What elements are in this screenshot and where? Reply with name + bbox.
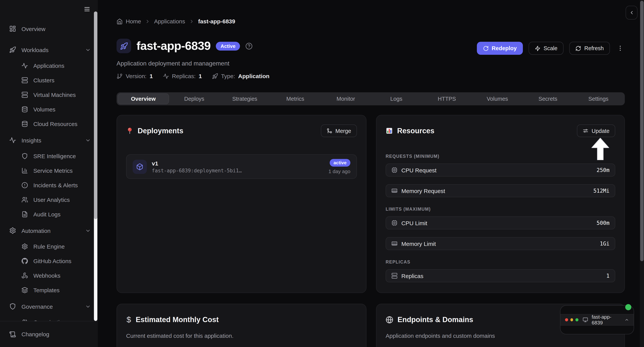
scale-button[interactable]: Scale: [528, 42, 564, 55]
page-subtitle: Application deployment and management: [116, 60, 230, 67]
sidebar-item-webhooks[interactable]: Webhooks: [0, 268, 98, 283]
sidebar-item-organizations[interactable]: Organizations: [0, 315, 98, 321]
tab-strategies[interactable]: Strategies: [220, 93, 270, 104]
memory-icon: [392, 241, 398, 247]
sidebar-item-changelog[interactable]: Changelog: [22, 331, 49, 338]
sidebar-item-label: Virtual Machines: [33, 91, 76, 98]
resources-card-header: Resources Update: [386, 124, 615, 137]
meta-value: 1: [150, 73, 153, 79]
traffic-light-yellow-icon[interactable]: [570, 318, 573, 321]
traffic-light-green-icon[interactable]: [576, 318, 578, 321]
page-scrollbar-thumb[interactable]: [640, 1, 644, 261]
sidebar-item-github-actions[interactable]: GitHub Actions: [0, 254, 98, 268]
chevron-right-icon: [145, 18, 150, 24]
sidebar-item-label: Service Metrics: [33, 167, 73, 174]
tab-metrics[interactable]: Metrics: [270, 93, 321, 104]
sidebar-item-templates[interactable]: Templates: [0, 283, 98, 297]
tab-bar: Overview Deploys Strategies Metrics Moni…: [116, 92, 625, 105]
app-window: Overview Workloads Applications Clusters…: [0, 0, 644, 347]
panel-collapse-button[interactable]: [626, 6, 638, 19]
users-icon: [22, 196, 28, 203]
more-options-button[interactable]: [616, 42, 625, 55]
refresh-icon: [576, 45, 581, 51]
traffic-light-red-icon[interactable]: [565, 318, 568, 321]
gear-icon: [22, 243, 28, 250]
sidebar-item-volumes[interactable]: Volumes: [0, 102, 98, 116]
redeploy-label: Redeploy: [492, 45, 517, 51]
merge-label: Merge: [336, 128, 351, 134]
help-icon[interactable]: [246, 42, 253, 50]
tab-monitor[interactable]: Monitor: [320, 93, 371, 104]
merge-button[interactable]: Merge: [321, 124, 357, 137]
resource-row-cpu-request[interactable]: CPU Request 250m: [386, 164, 615, 177]
tab-label: Settings: [588, 96, 608, 102]
sidebar-group-header-automation[interactable]: Automation: [0, 224, 98, 237]
sidebar-item-sre-intelligence[interactable]: SRE Intelligence: [0, 149, 98, 163]
sidebar-item-rule-engine[interactable]: Rule Engine: [0, 239, 98, 254]
refresh-button[interactable]: Refresh: [569, 42, 610, 55]
sidebar-group-header-insights[interactable]: Insights: [0, 134, 98, 147]
monitor-icon: [582, 317, 588, 323]
deployment-version: v1: [152, 160, 242, 166]
main-content: Home Applications fast-app-6839 fast-app…: [98, 0, 644, 347]
tab-settings[interactable]: Settings: [573, 93, 624, 104]
sidebar-item-label: Templates: [33, 287, 60, 293]
redeploy-button[interactable]: Redeploy: [477, 42, 523, 55]
resource-row-memory-request[interactable]: Memory Request 512Mi: [386, 184, 615, 197]
sidebar-item-applications[interactable]: Applications: [0, 58, 98, 73]
chevron-down-icon: [85, 304, 91, 309]
card-title-text: Endpoints & Domains: [398, 316, 473, 324]
meta-value: 1: [199, 73, 202, 79]
server-icon: [22, 91, 28, 98]
sidebar-group-header-governance[interactable]: Governance: [0, 300, 98, 313]
sidebar: Overview Workloads Applications Clusters…: [0, 0, 98, 347]
sidebar-item-incidents-alerts[interactable]: Incidents & Alerts: [0, 178, 98, 192]
sidebar-item-virtual-machines[interactable]: Virtual Machines: [0, 87, 98, 102]
tab-overview[interactable]: Overview: [118, 93, 169, 104]
floating-app-widget[interactable]: fast-app-6839: [560, 305, 634, 334]
tab-secrets[interactable]: Secrets: [523, 93, 573, 104]
shield-icon: [22, 153, 28, 159]
online-status-dot: [625, 304, 631, 310]
resource-row-replicas[interactable]: Replicas 1: [386, 269, 615, 282]
sidebar-item-user-analytics[interactable]: User Analytics: [0, 192, 98, 207]
tab-volumes[interactable]: Volumes: [472, 93, 523, 104]
package-icon: [136, 163, 143, 170]
resource-row-memory-limit[interactable]: Memory Limit 1Gi: [386, 237, 615, 250]
zap-icon: [535, 45, 540, 51]
sidebar-group-header-workloads[interactable]: Workloads: [0, 43, 98, 56]
dollar-sign-icon: $: [126, 315, 132, 324]
breadcrumb-home[interactable]: Home: [116, 18, 141, 24]
tab-https[interactable]: HTTPS: [422, 93, 472, 104]
chevron-down-icon: [85, 228, 91, 233]
deployment-status-badge: active: [330, 159, 350, 167]
sidebar-item-overview[interactable]: Overview: [0, 22, 98, 35]
meta-version: Version: 1: [116, 73, 153, 79]
sidebar-sublist-governance: Organizations: [0, 315, 98, 321]
sidebar-item-clusters[interactable]: Clusters: [0, 73, 98, 87]
sidebar-sublist-automation: Rule Engine GitHub Actions Webhooks Temp…: [0, 239, 98, 297]
tab-deploys[interactable]: Deploys: [169, 93, 220, 104]
deployments-card: Deployments Merge v1 fast-app-6839:deplo…: [116, 115, 366, 293]
section-label-requests: REQUESTS (MINIMUM): [386, 154, 615, 159]
sidebar-item-cloud-resources[interactable]: Cloud Resources: [0, 116, 98, 131]
chevron-left-icon: [629, 10, 634, 15]
activity-icon: [163, 73, 169, 79]
sidebar-item-audit-logs[interactable]: Audit Logs: [0, 207, 98, 221]
cpu-icon: [392, 220, 398, 226]
update-resources-button[interactable]: Update: [577, 124, 615, 137]
deployment-list-item[interactable]: v1 fast-app-6839:deployment-5bi1… active…: [126, 154, 357, 179]
breadcrumb-applications[interactable]: Applications: [154, 18, 185, 24]
widget-title-bar[interactable]: fast-app-6839: [560, 314, 634, 326]
scale-label: Scale: [544, 45, 558, 51]
resource-row-cpu-limit[interactable]: CPU Limit 500m: [386, 216, 615, 229]
tab-logs[interactable]: Logs: [371, 93, 422, 104]
sidebar-item-label: Rule Engine: [33, 243, 64, 250]
sidebar-item-service-metrics[interactable]: Service Metrics: [0, 163, 98, 178]
tab-label: Secrets: [538, 96, 557, 102]
sidebar-scrollbar-thumb[interactable]: [94, 11, 97, 219]
resources-card: Resources Update REQUESTS (MINIMUM) CPU …: [376, 115, 625, 293]
sidebar-item-label: Cloud Resources: [33, 120, 78, 127]
tab-label: Overview: [131, 96, 156, 102]
chevron-up-icon[interactable]: [624, 318, 629, 322]
